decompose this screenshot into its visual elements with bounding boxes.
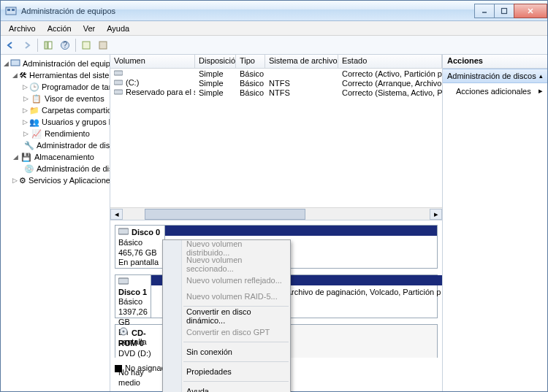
- disk-label[interactable]: Disco 0 Básico 465,76 GB En pantalla: [115, 226, 165, 268]
- tree-admin-discos[interactable]: 💿Administración de disc: [2, 163, 108, 174]
- menu-separator: [183, 381, 289, 382]
- svg-rect-10: [99, 42, 107, 49]
- menu-accion[interactable]: Acción: [42, 23, 77, 34]
- scroll-right-button[interactable]: ▸: [430, 209, 442, 220]
- tree-programador[interactable]: ▷🕒Programador de tareas: [2, 81, 108, 93]
- tree-root[interactable]: ◢Administración del equipo (loc: [2, 58, 108, 69]
- menu-nuevo-volumen-seccionado[interactable]: Nuevo volumen seccionado...: [163, 256, 290, 272]
- col-disposicion[interactable]: Disposición: [195, 55, 236, 68]
- menu-ayuda[interactable]: Ayuda: [102, 23, 134, 34]
- actions-more[interactable]: Acciones adicionales ▸: [443, 83, 547, 99]
- svg-rect-16: [118, 278, 129, 284]
- minimize-button[interactable]: [474, 4, 495, 18]
- tools-icon: 🛠: [19, 70, 27, 80]
- legend-swatch-unassigned: [115, 365, 122, 372]
- refresh-button[interactable]: [78, 37, 94, 53]
- partition-header: [165, 226, 437, 236]
- menu-convertir-gpt[interactable]: Convertir en disco GPT: [163, 324, 290, 340]
- forward-button[interactable]: [19, 37, 35, 53]
- titlebar[interactable]: Administración de equipos: [1, 1, 547, 21]
- close-button[interactable]: [514, 4, 547, 18]
- disk-icon: [118, 228, 130, 237]
- table-row[interactable]: Simple Básico Correcto (Activo, Partició…: [110, 69, 442, 78]
- menu-separator: [183, 342, 289, 342]
- disk-mgmt-icon: 💿: [24, 164, 34, 174]
- svg-rect-2: [12, 9, 15, 11]
- svg-rect-5: [45, 42, 47, 49]
- tree-carpetas[interactable]: ▷📁Carpetas compartidas: [2, 104, 108, 116]
- tree-usuarios[interactable]: ▷👥Usuarios y grupos locale: [2, 116, 108, 128]
- volume-icon: [114, 69, 124, 78]
- folder-share-icon: 📁: [29, 105, 39, 115]
- show-hide-tree-button[interactable]: [40, 37, 56, 53]
- chevron-right-icon: ▸: [539, 86, 543, 96]
- svg-point-18: [123, 331, 125, 333]
- app-icon: [5, 5, 17, 17]
- window-title: Administración de equipos: [21, 7, 115, 15]
- svg-rect-4: [502, 8, 507, 13]
- col-volumen[interactable]: Volumen: [110, 55, 195, 68]
- horizontal-scrollbar[interactable]: ◂ ▸: [110, 207, 442, 220]
- svg-rect-14: [114, 90, 123, 94]
- menu-nuevo-volumen-distribuido[interactable]: Nuevo volumen distribuido...: [163, 240, 290, 256]
- back-button[interactable]: [2, 37, 18, 53]
- toolbar: ?: [1, 36, 547, 55]
- chevron-up-icon: ▴: [539, 72, 543, 80]
- menu-separator: [183, 306, 289, 307]
- disk-icon: [118, 277, 130, 286]
- disk-label[interactable]: CD-ROM 0 DVD (D:) No hay medio: [115, 325, 165, 358]
- tree-servicios[interactable]: ▷⚙Servicios y Aplicaciones: [2, 174, 108, 186]
- tree-admin-dispositivos[interactable]: 🔧Administrador de dispo: [2, 139, 108, 151]
- svg-text:?: ?: [63, 40, 67, 49]
- menu-ver[interactable]: Ver: [78, 23, 101, 34]
- volume-grid-header[interactable]: Volumen Disposición Tipo Sistema de arch…: [110, 55, 442, 69]
- tree-herramientas[interactable]: ◢🛠Herramientas del sistema: [2, 69, 108, 81]
- col-estado[interactable]: Estado: [338, 55, 442, 68]
- menu-convertir-dinamico[interactable]: Convertir en disco dinámico...: [163, 308, 290, 324]
- menubar: Archivo Acción Ver Ayuda: [1, 21, 547, 36]
- svg-rect-12: [114, 71, 123, 75]
- disk-label[interactable]: Disco 1 Básico 1397,26 GB En pantalla: [115, 275, 151, 318]
- volume-icon: [114, 88, 124, 97]
- storage-icon: 💾: [20, 152, 32, 162]
- perf-icon: 📈: [31, 128, 42, 139]
- scroll-left-button[interactable]: ◂: [110, 209, 123, 220]
- tree-rendimiento[interactable]: ▷📈Rendimiento: [2, 128, 108, 139]
- event-icon: 📋: [31, 93, 42, 104]
- clock-icon: 🕒: [29, 82, 39, 92]
- menu-ayuda[interactable]: Ayuda: [163, 383, 290, 392]
- menu-sin-conexion[interactable]: Sin conexión: [163, 344, 290, 360]
- menu-propiedades[interactable]: Propiedades: [163, 364, 290, 380]
- tree-visor[interactable]: ▷📋Visor de eventos: [2, 93, 108, 104]
- scroll-thumb[interactable]: [145, 209, 305, 220]
- users-icon: 👥: [29, 117, 39, 127]
- menu-nuevo-volumen-raid5[interactable]: Nuevo volumen RAID-5...: [163, 288, 290, 304]
- actions-selected[interactable]: Administración de discos ▴: [443, 69, 547, 83]
- actions-panel: Acciones Administración de discos ▴ Acci…: [443, 55, 547, 391]
- volume-grid[interactable]: Simple Básico Correcto (Activo, Partició…: [110, 69, 442, 207]
- cdrom-icon: [118, 327, 130, 336]
- services-icon: ⚙: [19, 175, 26, 185]
- menu-nuevo-volumen-reflejado[interactable]: Nuevo volumen reflejado...: [163, 272, 290, 288]
- actions-header: Acciones: [443, 55, 547, 69]
- table-row[interactable]: Reservado para el sistema Simple Básico …: [110, 88, 442, 97]
- menu-separator: [183, 361, 289, 362]
- menu-archivo[interactable]: Archivo: [4, 23, 41, 34]
- svg-rect-13: [114, 80, 123, 85]
- svg-rect-9: [83, 42, 90, 49]
- svg-rect-15: [118, 228, 129, 234]
- volume-icon: [114, 79, 124, 88]
- help-button[interactable]: ?: [57, 37, 73, 53]
- svg-rect-1: [7, 9, 10, 11]
- maximize-button[interactable]: [494, 4, 514, 18]
- svg-rect-6: [48, 42, 52, 49]
- table-row[interactable]: (C:) Simple Básico NTFS Correcto (Arranq…: [110, 78, 442, 88]
- col-sistema[interactable]: Sistema de archivos: [265, 55, 338, 68]
- nav-tree[interactable]: ◢Administración del equipo (loc ◢🛠Herram…: [1, 55, 110, 391]
- settings-button[interactable]: [95, 37, 111, 53]
- computer-icon: [10, 58, 20, 69]
- tree-almacenamiento[interactable]: ◢💾Almacenamiento: [2, 151, 108, 163]
- col-tipo[interactable]: Tipo: [236, 55, 265, 68]
- svg-rect-11: [11, 60, 20, 66]
- context-menu: Nuevo volumen distribuido... Nuevo volum…: [162, 239, 291, 392]
